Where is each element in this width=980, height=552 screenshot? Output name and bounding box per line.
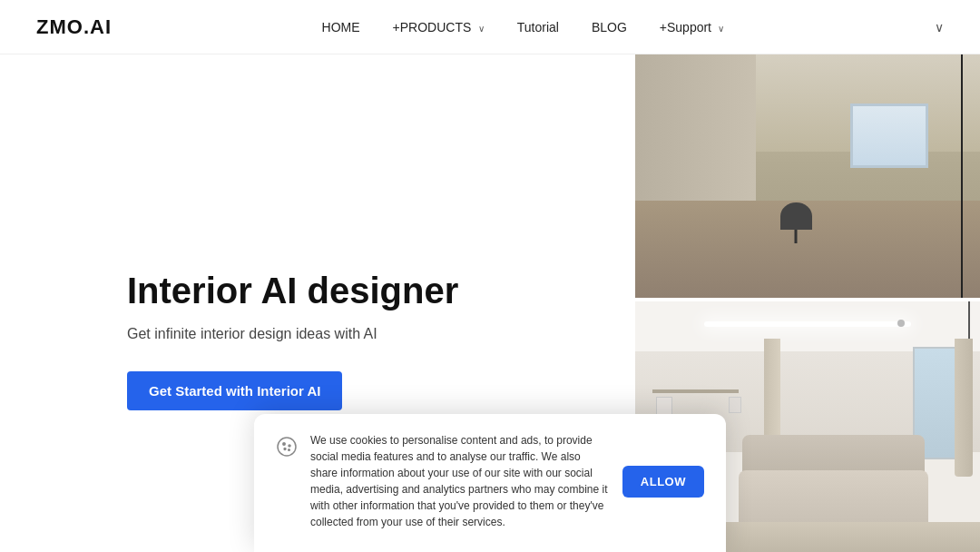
nav-item-tutorial[interactable]: Tutorial — [517, 19, 559, 35]
room1-chair — [780, 202, 812, 230]
hero-text: Interior AI designer Get infinite interi… — [127, 251, 508, 410]
svg-point-2 — [289, 445, 290, 447]
nav-link-support[interactable]: +Support — [660, 20, 711, 34]
nav-link-products[interactable]: +PRODUCTS — [393, 20, 472, 34]
support-dropdown-icon: ∨ — [718, 24, 724, 34]
room2-curtain-right — [955, 339, 973, 477]
nav-link-tutorial[interactable]: Tutorial — [517, 20, 559, 34]
nav-item-blog[interactable]: BLOG — [592, 19, 627, 35]
hero-title: Interior AI designer — [127, 270, 508, 311]
nav-link-home[interactable]: HOME — [322, 20, 360, 34]
room2-shelf — [652, 389, 739, 393]
nav-right: ∨ — [935, 20, 944, 34]
nav-more-icon[interactable]: ∨ — [935, 20, 944, 34]
cookie-icon — [276, 436, 298, 458]
cookie-text: We use cookies to personalise content an… — [310, 432, 610, 530]
cookie-allow-button[interactable]: ALLOW — [622, 466, 704, 498]
nav-links: HOME +PRODUCTS ∨ Tutorial BLOG +Support … — [322, 19, 725, 35]
nav-item-home[interactable]: HOME — [322, 19, 360, 35]
before-image — [635, 54, 980, 298]
get-started-button[interactable]: Get Started with Interior AI — [127, 371, 342, 410]
cookie-icon-wrap — [276, 436, 298, 461]
nav-item-support[interactable]: +Support ∨ — [660, 19, 725, 35]
hero-subtitle: Get infinite interior design ideas with … — [127, 326, 508, 342]
room1-bg — [635, 54, 980, 298]
room2-fan — [874, 314, 928, 332]
room2-sofa — [739, 439, 928, 527]
svg-point-0 — [278, 438, 296, 456]
svg-point-1 — [283, 443, 285, 445]
svg-point-3 — [284, 448, 286, 450]
navbar: ZMO.AI HOME +PRODUCTS ∨ Tutorial BLOG +S… — [0, 0, 980, 54]
products-dropdown-icon: ∨ — [478, 24, 485, 34]
room2-frame2 — [729, 397, 741, 413]
room2-cable — [968, 301, 970, 339]
room1-cable — [961, 54, 963, 298]
logo[interactable]: ZMO.AI — [36, 15, 112, 39]
nav-link-blog[interactable]: BLOG — [592, 20, 627, 34]
nav-item-products[interactable]: +PRODUCTS ∨ — [393, 19, 485, 35]
svg-point-4 — [289, 449, 290, 451]
room2-sofa-body — [739, 470, 928, 527]
cookie-banner: We use cookies to personalise content an… — [254, 414, 726, 552]
